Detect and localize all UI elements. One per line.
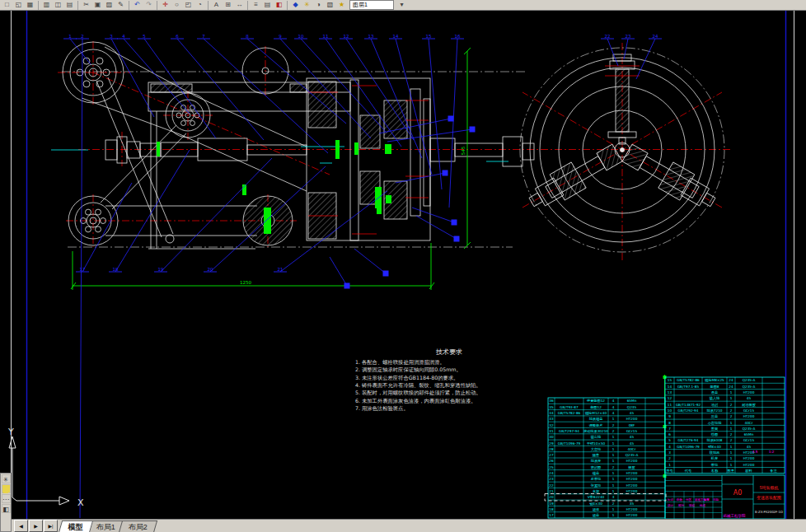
star-icon[interactable]: ★ bbox=[336, 1, 347, 10]
bom-cell[interactable]: 套筒 bbox=[711, 427, 718, 431]
balloon-number[interactable]: 24 bbox=[653, 34, 658, 39]
bom-cell[interactable]: 支架 bbox=[593, 489, 600, 493]
render-icon[interactable]: ◑ bbox=[313, 1, 324, 10]
bom-cell[interactable]: GB/T1096-79 bbox=[558, 441, 581, 446]
bom-cell[interactable]: 08F bbox=[629, 423, 635, 427]
balloon-number[interactable]: 21 bbox=[278, 267, 284, 272]
sheet-set-icon[interactable]: ▧ bbox=[325, 1, 335, 10]
technical-requirements[interactable]: 技术要求1. 各配合、螺栓联接处用润滑脂润滑。2. 调整固定轴承时应保证轴向间隙… bbox=[355, 348, 481, 412]
balloon-number[interactable]: 23 bbox=[626, 34, 631, 39]
dimension-icon[interactable]: ↔ bbox=[234, 1, 245, 10]
bom-cell[interactable]: GCr15 bbox=[743, 438, 755, 442]
bom-cell[interactable]: 40Cr bbox=[628, 447, 636, 451]
bom-cell[interactable]: Q235-A bbox=[743, 378, 756, 382]
bom-cell[interactable]: 45 bbox=[747, 445, 752, 449]
balloon-number[interactable]: 7 bbox=[202, 34, 205, 39]
balloon-number[interactable]: 12 bbox=[344, 34, 349, 39]
balloon-marker[interactable] bbox=[454, 236, 460, 242]
bom-cell[interactable]: HT200 bbox=[626, 483, 638, 488]
bom-cell[interactable]: 23 bbox=[549, 477, 554, 481]
bom-cell[interactable]: HT200 bbox=[626, 513, 638, 517]
table-icon[interactable]: ⊞ bbox=[223, 1, 233, 10]
match-properties-icon[interactable]: ✎ bbox=[115, 1, 126, 10]
bom-cell[interactable]: GB/T5782-86 bbox=[677, 378, 700, 382]
plot-icon[interactable]: ▥ bbox=[41, 1, 52, 10]
new-icon[interactable]: □ bbox=[2, 1, 12, 10]
bom-cell[interactable]: HT200 bbox=[743, 463, 755, 467]
open-icon[interactable]: ◱ bbox=[13, 1, 24, 10]
bom-cell[interactable]: 4 bbox=[612, 399, 615, 403]
bom-cell[interactable]: 数量 bbox=[728, 469, 734, 473]
half-shade-icon[interactable]: ◧ bbox=[2, 504, 11, 513]
bom-cell[interactable]: 橡胶 bbox=[628, 465, 635, 469]
bom-cell[interactable]: 端盖 bbox=[592, 471, 600, 475]
zoom-realtime-icon[interactable]: ○ bbox=[171, 1, 182, 10]
bom-cell[interactable]: 36 bbox=[549, 399, 554, 403]
bom-cell[interactable]: HT200 bbox=[626, 471, 638, 475]
balloon-number[interactable]: 17 bbox=[80, 267, 86, 272]
bom-cell[interactable]: 45 bbox=[630, 411, 635, 415]
bom-cell[interactable]: 33 bbox=[549, 417, 554, 421]
bom-cell[interactable]: 1 bbox=[730, 427, 733, 431]
bom-cell[interactable]: 20 bbox=[549, 495, 554, 499]
bom-cell[interactable]: 26 bbox=[549, 459, 554, 463]
bom-cell[interactable]: HT200 bbox=[626, 459, 638, 463]
bom-cell[interactable]: 输入轴 bbox=[710, 396, 720, 401]
balloon-number[interactable]: 19 bbox=[158, 267, 164, 272]
balloon-marker[interactable] bbox=[452, 220, 457, 226]
pan-icon[interactable]: ✛ bbox=[160, 1, 171, 10]
bom-cell[interactable]: 2 bbox=[730, 408, 733, 413]
bom-cell[interactable]: 机座 bbox=[710, 456, 719, 460]
bom-cell[interactable]: 19 bbox=[549, 502, 554, 506]
balloon-number[interactable]: 2 bbox=[81, 34, 84, 39]
bom-cell[interactable]: 21 bbox=[549, 489, 554, 493]
bom-cell[interactable]: 箱盖 bbox=[593, 513, 600, 517]
bom-cell[interactable]: 65Mn bbox=[627, 399, 637, 403]
front-view-left-arm[interactable] bbox=[524, 140, 625, 215]
bom-cell[interactable]: GB/T97.1-85 bbox=[677, 385, 700, 389]
zoom-window-icon[interactable]: ◰ bbox=[183, 1, 194, 10]
balloon-number[interactable]: 14 bbox=[393, 34, 399, 39]
bom-cell[interactable]: 1 bbox=[612, 507, 615, 511]
bom-cell[interactable]: HT200 bbox=[626, 489, 638, 493]
balloon-marker[interactable] bbox=[383, 271, 389, 277]
bom-cell[interactable]: 轴承端盖 bbox=[589, 417, 604, 421]
bom-cell[interactable]: V带B2240 bbox=[588, 495, 605, 499]
balloon-number[interactable]: 16 bbox=[455, 34, 461, 39]
balloon-number[interactable]: 11 bbox=[323, 34, 329, 39]
bom-cell[interactable]: 备注 bbox=[770, 469, 777, 473]
publish-icon[interactable]: ▤ bbox=[64, 1, 75, 10]
balloon-number[interactable]: 3 bbox=[110, 34, 113, 39]
bom-cell[interactable]: 联轴器 bbox=[710, 450, 720, 455]
light-icon[interactable]: ✳ bbox=[302, 1, 312, 10]
bom-cell[interactable]: 25 bbox=[549, 465, 554, 469]
bom-cell[interactable]: 轴承座 bbox=[591, 459, 602, 463]
properties-icon[interactable]: ◧ bbox=[274, 1, 284, 10]
bom-cell[interactable]: 销4×30 bbox=[589, 502, 602, 506]
bom-cell[interactable]: 2 bbox=[612, 423, 615, 427]
bom-cell[interactable]: 15 bbox=[668, 378, 672, 382]
docked-toolbar-fragment[interactable]: ✳▆⋯◧ bbox=[0, 473, 12, 532]
bom-cell[interactable]: Q235 bbox=[627, 405, 637, 409]
bom-cell[interactable]: 1 bbox=[730, 445, 733, 449]
bom-cell[interactable]: 螺栓M12×40 bbox=[585, 411, 607, 415]
bom-cell[interactable]: 1 bbox=[612, 435, 615, 439]
bom-cell[interactable]: 2 bbox=[612, 465, 615, 469]
balloon-number[interactable]: 18 bbox=[113, 267, 119, 272]
bom-cell[interactable]: 张紧轮 bbox=[591, 483, 602, 488]
bom-cell[interactable]: 轴承6008 bbox=[706, 438, 722, 442]
balloon-number[interactable]: 10 bbox=[298, 34, 304, 39]
bom-cell[interactable]: 键8×40 bbox=[707, 445, 721, 449]
bom-cell[interactable]: 透盖 bbox=[711, 390, 719, 394]
bom-cell[interactable]: 14 bbox=[668, 385, 672, 389]
bom-parts-table[interactable]: 36弹簧垫圈12465Mn35GB/T93-87垫圈124Q23534GB/T5… bbox=[548, 377, 785, 518]
bom-cell[interactable]: 1 bbox=[730, 463, 733, 467]
bom-cell[interactable]: 1 bbox=[730, 421, 733, 425]
bom-cell[interactable]: 1 bbox=[612, 441, 615, 446]
bom-cell[interactable]: GB/T1096-79 bbox=[677, 445, 700, 449]
bom-cell[interactable]: 65Mn bbox=[744, 432, 754, 436]
bom-cell[interactable]: 挡圈 bbox=[710, 432, 718, 436]
bom-cell[interactable]: 1 bbox=[730, 396, 733, 400]
dimension-value-width[interactable]: 1250 bbox=[240, 280, 251, 285]
bom-cell[interactable]: GB/T13871-92 bbox=[676, 403, 701, 407]
